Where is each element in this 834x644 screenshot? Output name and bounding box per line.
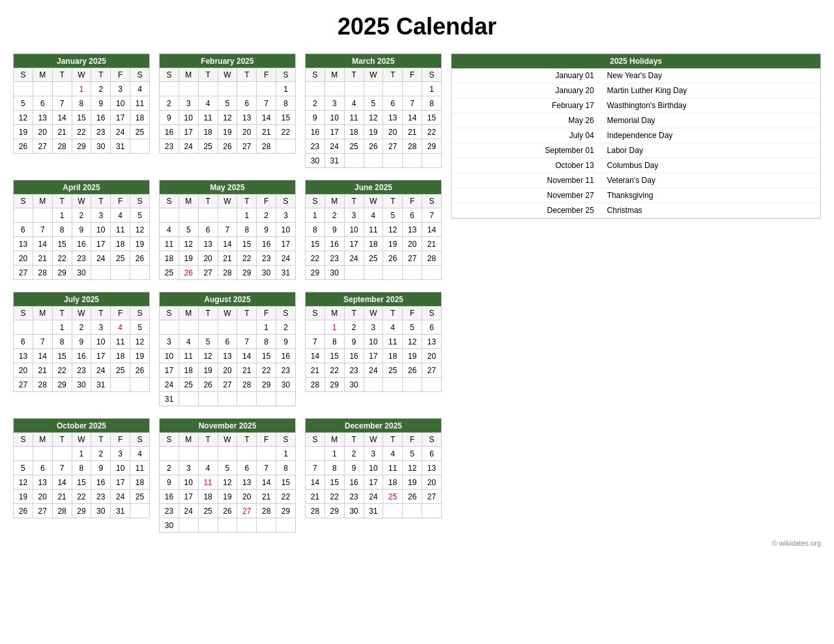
date-cell: 10: [364, 335, 383, 349]
holidays-panel: 2025 HolidaysJanuary 01New Year's DayJan…: [451, 53, 821, 219]
date-cell: [91, 266, 111, 280]
date-cell: 20: [198, 251, 218, 266]
date-cell: [218, 82, 237, 96]
date-cell: 12: [130, 223, 150, 237]
day-header: S: [276, 195, 296, 208]
day-header: M: [33, 68, 52, 82]
date-cell: 25: [344, 139, 364, 154]
date-cell: 11: [344, 111, 364, 125]
date-cell: 23: [306, 139, 325, 154]
date-cell: 5: [403, 320, 422, 335]
holidays-header: 2025 Holidays: [452, 54, 820, 68]
date-cell: 27: [422, 490, 442, 504]
date-cell: 30: [91, 504, 111, 518]
holiday-name: Labor Day: [602, 143, 820, 158]
date-cell: 12: [14, 111, 33, 125]
day-header: S: [160, 68, 179, 82]
date-cell: 13: [383, 111, 403, 125]
date-cell: 11: [111, 223, 130, 237]
date-cell: 12: [130, 335, 150, 349]
day-header: T: [198, 195, 218, 208]
date-cell: 28: [52, 139, 72, 154]
day-header: S: [306, 68, 325, 82]
date-cell: 5: [364, 96, 383, 111]
date-cell: [403, 154, 422, 168]
date-cell: 13: [198, 237, 218, 251]
date-cell: 30: [160, 518, 179, 533]
date-cell: 6: [198, 223, 218, 237]
date-cell: 12: [218, 475, 237, 490]
date-cell: 11: [364, 223, 383, 237]
date-cell: 14: [33, 349, 52, 363]
date-cell: 27: [422, 363, 442, 378]
day-header: W: [72, 195, 91, 208]
date-cell: 28: [403, 139, 422, 154]
date-cell: 8: [422, 96, 442, 111]
month-header: September 2025: [306, 292, 442, 307]
month-header: February 2025: [160, 54, 296, 68]
date-cell: [179, 392, 198, 406]
date-cell: 24: [91, 363, 111, 378]
date-cell: 30: [72, 266, 91, 280]
date-cell: [218, 447, 237, 461]
date-cell: 11: [198, 475, 218, 490]
date-cell: 16: [160, 125, 179, 139]
date-cell: [33, 208, 52, 223]
month-header: January 2025: [14, 54, 150, 68]
date-cell: 19: [179, 251, 198, 266]
footer: © wikidates.org: [13, 539, 821, 547]
date-cell: 7: [257, 96, 276, 111]
date-cell: 21: [306, 363, 325, 378]
date-cell: 14: [422, 223, 442, 237]
day-header: M: [33, 195, 52, 208]
date-cell: 7: [33, 223, 52, 237]
date-cell: 28: [257, 504, 276, 518]
date-cell: 9: [306, 111, 325, 125]
date-cell: [130, 378, 150, 392]
date-cell: 4: [130, 447, 150, 461]
date-cell: [33, 82, 52, 96]
date-cell: 6: [33, 96, 52, 111]
page-title: 2025 Calendar: [13, 13, 821, 40]
date-cell: 28: [306, 378, 325, 392]
date-cell: 10: [344, 223, 364, 237]
date-cell: 7: [257, 461, 276, 475]
day-header: M: [179, 195, 198, 208]
date-cell: 2: [324, 208, 344, 223]
date-cell: 5: [218, 461, 237, 475]
date-cell: [364, 266, 383, 280]
date-cell: 20: [237, 125, 257, 139]
date-cell: [403, 82, 422, 96]
day-header: T: [52, 68, 72, 82]
date-cell: 21: [52, 490, 72, 504]
date-cell: 2: [91, 447, 111, 461]
date-cell: 13: [33, 475, 52, 490]
month-august-2025: August 2025SMTWTFS1234567891011121314151…: [159, 292, 296, 406]
date-cell: 25: [130, 125, 150, 139]
day-header: S: [422, 68, 442, 82]
date-cell: [160, 208, 179, 223]
date-cell: 16: [160, 490, 179, 504]
date-cell: 17: [344, 237, 364, 251]
date-cell: 8: [324, 335, 344, 349]
date-cell: 2: [160, 461, 179, 475]
date-cell: 12: [218, 111, 237, 125]
date-cell: [257, 518, 276, 533]
date-cell: 22: [324, 363, 344, 378]
date-cell: 31: [324, 154, 344, 168]
day-header: S: [306, 307, 325, 320]
date-cell: 26: [218, 504, 237, 518]
date-cell: 17: [111, 111, 130, 125]
holiday-name: Veteran's Day: [602, 173, 820, 188]
date-cell: 5: [218, 96, 237, 111]
date-cell: 2: [72, 208, 91, 223]
date-cell: 24: [111, 490, 130, 504]
date-cell: 24: [324, 139, 344, 154]
date-cell: [324, 82, 344, 96]
month-october-2025: October 2025SMTWTFS123456789101112131415…: [13, 418, 150, 518]
date-cell: [52, 447, 72, 461]
day-header: S: [160, 433, 179, 447]
holiday-date: September 01: [452, 143, 602, 158]
date-cell: 23: [160, 504, 179, 518]
day-header: T: [91, 433, 111, 447]
